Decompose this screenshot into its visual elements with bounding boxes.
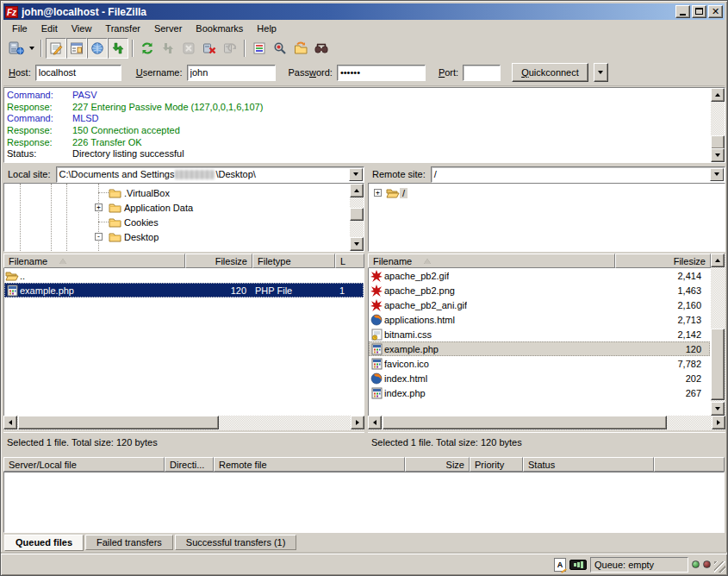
scroll-left-button[interactable] xyxy=(368,416,382,429)
scroll-right-button[interactable] xyxy=(351,416,364,429)
remote-row[interactable]: bitnami.css 2,142 xyxy=(369,327,710,341)
cancel-button xyxy=(178,38,199,59)
scroll-thumb[interactable] xyxy=(711,329,725,400)
remote-row[interactable]: applications.html 2,713 xyxy=(369,312,710,327)
port-input[interactable] xyxy=(463,65,501,81)
local-header-modified[interactable]: L xyxy=(335,254,364,268)
queue-header-status[interactable]: Status xyxy=(523,457,654,472)
quickconnect-dropdown[interactable] xyxy=(594,63,608,82)
scroll-down-button[interactable] xyxy=(711,402,725,416)
local-list-hscrollbar[interactable] xyxy=(3,416,364,430)
menu-transfer[interactable]: Transfer xyxy=(98,22,147,35)
local-row-example-php[interactable]: example.php 120 PHP File 1 xyxy=(4,283,364,297)
scroll-down-button[interactable] xyxy=(711,148,725,162)
scroll-up-button[interactable] xyxy=(711,254,725,267)
scroll-right-button[interactable] xyxy=(712,416,725,429)
toggle-remote-tree-button[interactable] xyxy=(87,38,108,59)
tab-queued-files[interactable]: Queued files xyxy=(4,535,84,551)
remote-header-filename[interactable]: Filename xyxy=(368,254,615,268)
scroll-down-button[interactable] xyxy=(350,237,364,251)
local-header-filesize[interactable]: Filesize xyxy=(185,254,252,268)
tree-expander[interactable]: + xyxy=(374,189,382,197)
tree-expander[interactable]: + xyxy=(95,203,103,211)
scroll-up-button[interactable] xyxy=(350,184,364,197)
minimize-button[interactable] xyxy=(675,5,690,18)
combo-dropdown-button[interactable] xyxy=(349,168,363,181)
menu-server[interactable]: Server xyxy=(147,22,189,35)
toggle-log-button[interactable] xyxy=(46,38,66,59)
queue-header-size[interactable]: Size xyxy=(405,457,470,472)
queue-header-direction[interactable]: Directi... xyxy=(165,457,214,472)
filezilla-logo-icon[interactable]: Fz xyxy=(5,6,18,18)
local-tree-scrollbar[interactable] xyxy=(350,184,364,251)
remote-header-filesize[interactable]: Filesize xyxy=(615,254,711,268)
menu-file[interactable]: File xyxy=(5,22,34,35)
remote-row[interactable]: apache_pb2_ani.gif 2,160 xyxy=(369,297,710,312)
queue-header-remote-file[interactable]: Remote file xyxy=(214,457,405,472)
tree-item-cookies[interactable]: Cookies xyxy=(95,215,348,229)
image-file-icon xyxy=(370,270,383,282)
tree-item-desktop[interactable]: - Desktop xyxy=(95,229,348,244)
disconnect-button[interactable] xyxy=(199,38,220,59)
tab-successful-transfers[interactable]: Successful transfers (1) xyxy=(175,535,297,550)
filter-button[interactable] xyxy=(249,38,270,59)
transfer-type-icon[interactable]: A xyxy=(554,558,566,572)
refresh-button[interactable] xyxy=(137,38,158,59)
scroll-up-button[interactable] xyxy=(711,88,725,102)
menu-help[interactable]: Help xyxy=(250,22,283,35)
toggle-local-tree-button[interactable] xyxy=(66,38,87,59)
scroll-thumb[interactable] xyxy=(18,416,219,429)
toggle-queue-button[interactable] xyxy=(108,38,128,59)
remote-list-scrollbar[interactable] xyxy=(711,254,725,416)
remote-row[interactable]: index.html 202 xyxy=(369,371,710,385)
scroll-thumb[interactable] xyxy=(383,416,667,429)
local-tree[interactable]: .VirtualBox + Application Data Cookies -… xyxy=(3,183,364,252)
remote-list-hscrollbar[interactable] xyxy=(368,416,725,430)
html-file-icon xyxy=(370,314,383,326)
local-site-combo[interactable]: C:\Documents and Settings\Desktop\ xyxy=(56,166,364,183)
tree-expander[interactable]: - xyxy=(95,233,103,241)
quickconnect-button[interactable]: Quickconnect xyxy=(512,63,588,82)
maximize-button[interactable] xyxy=(692,5,706,18)
username-input[interactable] xyxy=(187,65,276,81)
local-header-filename[interactable]: Filename xyxy=(3,254,185,268)
remote-file-list[interactable]: apache_pb2.gif 2,414 apache_pb2.png 1,46… xyxy=(368,268,711,416)
site-manager-button[interactable] xyxy=(6,38,27,59)
remote-row[interactable]: favicon.ico 7,782 xyxy=(369,356,710,371)
remote-row[interactable]: apache_pb2.png 1,463 xyxy=(369,283,710,297)
speed-limit-icon[interactable] xyxy=(569,560,587,570)
close-button[interactable]: ✕ xyxy=(708,5,723,18)
remote-row-selected[interactable]: example.php 120 xyxy=(369,341,710,356)
queue-body[interactable] xyxy=(3,472,725,533)
log-scrollbar[interactable] xyxy=(711,88,725,162)
queue-header-local-file[interactable]: Server/Local file xyxy=(3,457,165,472)
tree-item-virtualbox[interactable]: .VirtualBox xyxy=(95,185,348,200)
scroll-thumb[interactable] xyxy=(350,208,364,221)
remote-row[interactable]: index.php 267 xyxy=(369,385,710,400)
local-file-list[interactable]: .. example.php 120 PHP File 1 xyxy=(3,268,364,416)
combo-dropdown-button[interactable] xyxy=(710,168,724,181)
scroll-left-button[interactable] xyxy=(3,416,17,429)
find-files-button[interactable] xyxy=(311,38,332,59)
remote-row[interactable]: apache_pb2.gif 2,414 xyxy=(369,268,710,283)
folder-icon xyxy=(109,231,121,242)
title-bar[interactable]: Fz john@localhost - FileZilla ✕ xyxy=(3,3,725,20)
local-header-filetype[interactable]: Filetype xyxy=(252,254,335,268)
remote-tree[interactable]: + / xyxy=(368,183,725,252)
compare-button[interactable] xyxy=(270,38,290,59)
scroll-thumb[interactable] xyxy=(711,135,725,149)
remote-site-combo[interactable]: / xyxy=(431,166,725,183)
menu-edit[interactable]: Edit xyxy=(34,22,65,35)
menu-view[interactable]: View xyxy=(65,22,99,35)
site-manager-dropdown[interactable] xyxy=(27,38,37,59)
tree-item-application-data[interactable]: + Application Data xyxy=(95,200,348,215)
sync-browsing-button[interactable] xyxy=(290,38,311,59)
queue-header-priority[interactable]: Priority xyxy=(470,457,523,472)
host-input[interactable] xyxy=(35,65,121,81)
resize-grip[interactable] xyxy=(714,561,725,573)
menu-bookmarks[interactable]: Bookmarks xyxy=(189,22,250,35)
local-row-parent-dir[interactable]: .. xyxy=(4,268,364,283)
tab-failed-transfers[interactable]: Failed transfers xyxy=(85,535,173,550)
password-input[interactable] xyxy=(337,65,426,81)
tree-item-root[interactable]: + / xyxy=(374,185,721,200)
